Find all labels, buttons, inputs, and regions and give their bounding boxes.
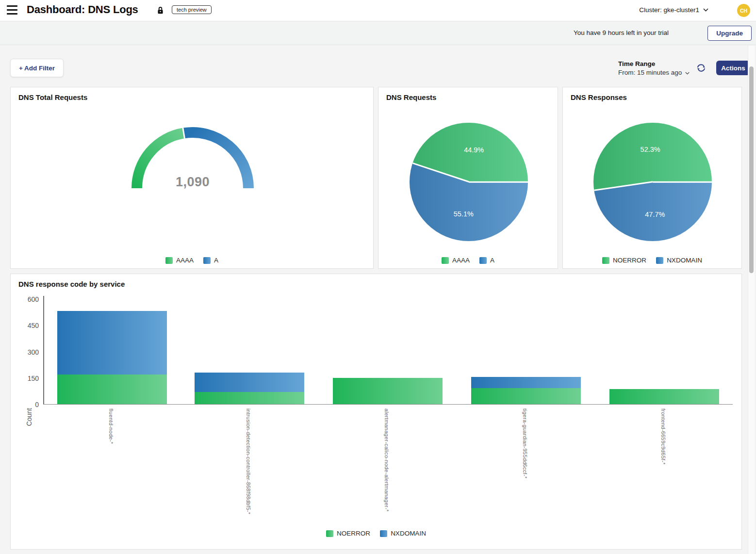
bar-segment-nxdomain[interactable]	[57, 311, 167, 374]
card-dns-requests: DNS Requests 44.9%55.1% AAAAA	[378, 87, 558, 269]
slice-percent-label: 47.7%	[645, 211, 665, 218]
time-range-value[interactable]: From: 15 minutes ago	[618, 69, 690, 76]
bar-segment-noerror[interactable]	[609, 389, 719, 404]
slice-divider	[594, 181, 653, 191]
legend-swatch	[602, 257, 609, 264]
card-dns-response-code-by-service: DNS response code by service 60045030015…	[10, 274, 742, 550]
add-filter-button[interactable]: + Add Filter	[10, 59, 64, 77]
legend-swatch	[380, 530, 387, 537]
legend-item[interactable]: A	[203, 257, 218, 264]
x-tick-label: frontend-6659c9d65f-*	[660, 408, 666, 465]
y-tick-label: 450	[18, 322, 39, 329]
slice-divider	[653, 181, 712, 183]
legend-item[interactable]: NXDOMAIN	[656, 257, 702, 264]
page-title: Dashboard: DNS Logs	[27, 3, 138, 16]
bar-segment-noerror[interactable]	[57, 375, 167, 404]
bar-segment-nxdomain[interactable]	[471, 377, 581, 389]
x-tick-label: tigera-guardian-955dd6ccf-*	[522, 408, 528, 478]
bar-alertmanager-calico-node-alertmanager-*[interactable]	[333, 378, 443, 404]
pie-shading	[593, 123, 712, 241]
legend-label: AAAA	[176, 257, 194, 264]
chevron-down-icon	[703, 8, 708, 12]
bar-frontend-6659c9d65f-*[interactable]	[609, 389, 719, 404]
bar-plot-area[interactable]	[43, 296, 733, 405]
legend-label: A	[214, 257, 218, 264]
legend-item[interactable]: AAAA	[165, 257, 194, 264]
scrollbar-thumb[interactable]	[749, 66, 754, 273]
y-tick-label: 0	[18, 401, 39, 408]
legend-label: NOERROR	[613, 257, 646, 264]
y-axis-title: Count	[25, 408, 33, 426]
y-tick-label: 300	[18, 348, 39, 356]
pie-chart-dns-requests[interactable]: 44.9%55.1%	[410, 123, 528, 241]
card-dns-total-requests: DNS Total Requests 1,090 AAAAA	[10, 87, 374, 269]
cluster-selector[interactable]: Cluster: gke-cluster1	[639, 6, 708, 14]
bar-fluentd-node-*[interactable]	[57, 311, 167, 404]
legend-item[interactable]: NXDOMAIN	[380, 530, 426, 537]
tech-preview-badge: tech preview	[172, 5, 212, 14]
time-range-selector[interactable]: Time Range From: 15 minutes ago	[618, 60, 690, 76]
legend-swatch	[479, 257, 487, 264]
legend-item[interactable]: NOERROR	[602, 257, 646, 264]
legend-swatch	[203, 257, 211, 264]
chart-legend: NOERRORNXDOMAIN	[11, 530, 741, 537]
pie-chart-dns-responses[interactable]: 52.3%47.7%	[593, 123, 712, 241]
y-tick-label: 150	[18, 375, 39, 382]
bar-segment-noerror[interactable]	[471, 388, 581, 404]
legend-item[interactable]: A	[479, 257, 494, 264]
card-title: DNS Total Requests	[18, 93, 87, 101]
x-tick-label: alertmanager-calico-node-alertmanager-*	[384, 408, 390, 512]
bar-tigera-guardian-955dd6ccf-*[interactable]	[471, 377, 581, 404]
card-title: DNS response code by service	[18, 280, 125, 288]
card-title: DNS Responses	[571, 93, 627, 101]
bar-segment-noerror[interactable]	[195, 392, 304, 404]
chevron-down-icon	[685, 72, 690, 75]
gauge-value: 1,090	[144, 175, 241, 190]
refresh-icon[interactable]	[696, 63, 707, 73]
legend-swatch	[165, 257, 173, 264]
chart-legend: AAAAA	[11, 257, 373, 264]
chart-legend: NOERRORNXDOMAIN	[563, 257, 741, 264]
slice-percent-label: 55.1%	[454, 210, 474, 218]
legend-swatch	[442, 257, 449, 264]
card-dns-responses: DNS Responses 52.3%47.7% NOERRORNXDOMAIN	[562, 87, 742, 269]
y-tick-label: 600	[18, 295, 39, 303]
legend-item[interactable]: NOERROR	[326, 530, 370, 537]
legend-swatch	[656, 257, 663, 264]
bar-segment-noerror[interactable]	[333, 378, 443, 404]
x-tick-label: fluentd-node-*	[108, 408, 114, 444]
slice-divider	[412, 163, 469, 182]
upgrade-button[interactable]: Upgrade	[707, 26, 752, 41]
legend-label: NOERROR	[337, 530, 370, 537]
lock-icon	[157, 6, 164, 17]
trial-message: You have 9 hours left in your trial	[574, 29, 669, 36]
slice-percent-label: 44.9%	[464, 146, 484, 154]
legend-item[interactable]: AAAA	[442, 257, 470, 264]
cluster-label: Cluster: gke-cluster1	[639, 6, 699, 14]
bar-segment-nxdomain[interactable]	[195, 373, 304, 392]
chart-legend: AAAAA	[378, 257, 558, 264]
card-title: DNS Requests	[386, 93, 436, 101]
slice-percent-label: 52.3%	[641, 146, 660, 153]
legend-label: NXDOMAIN	[667, 257, 702, 264]
actions-button[interactable]: Actions	[716, 61, 750, 75]
menu-icon[interactable]	[7, 5, 17, 15]
legend-label: A	[490, 257, 494, 264]
legend-label: AAAA	[452, 257, 470, 264]
app-header: Dashboard: DNS Logs tech preview Cluster…	[0, 0, 756, 21]
bar-intrusion-detection-controller-868f98dbf5-*[interactable]	[195, 373, 304, 404]
x-tick-label: intrusion-detection-controller-868f98dbf…	[246, 408, 251, 514]
legend-label: NXDOMAIN	[391, 530, 426, 537]
slice-divider	[469, 181, 528, 183]
legend-swatch	[326, 530, 333, 537]
trial-banner: You have 9 hours left in your trial Upgr…	[0, 22, 756, 45]
avatar[interactable]: CH	[737, 4, 750, 17]
time-range-label: Time Range	[618, 60, 690, 67]
pie-shading	[410, 123, 528, 241]
